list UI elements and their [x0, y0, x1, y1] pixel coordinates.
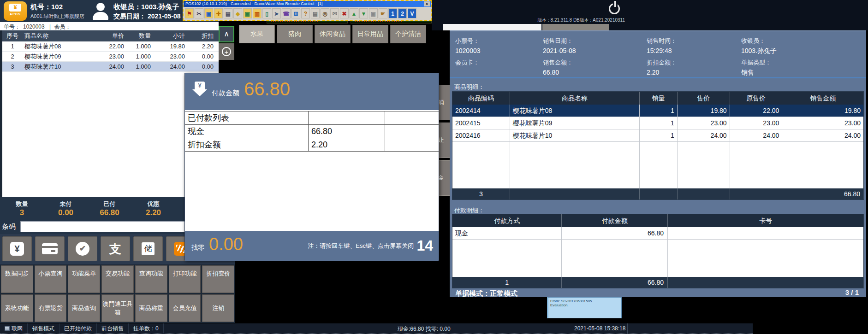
dw-toolbar-icon[interactable]: ▲ [350, 8, 358, 18]
dw-toolbar-icon[interactable]: ✉ [330, 8, 339, 18]
function-button[interactable]: 交易功能 [101, 265, 134, 293]
function-button[interactable]: 注销 [202, 294, 234, 322]
plus-icon: + [222, 47, 231, 56]
cashier-avatar-icon [91, 2, 110, 20]
payment-dialog-body: 已付款列表 现金 66.80 折扣金额 2.20 [185, 110, 439, 231]
countdown: 14 [416, 237, 433, 254]
function-button[interactable]: 数据同步 [1, 265, 33, 293]
receipt-info: 小票号： 1020003 销售日期： 2021-05-08 销售时间： 15:2… [455, 34, 861, 77]
paid-list-row: 现金 66.80 [185, 125, 440, 138]
status-item: 销售模式 [28, 323, 59, 334]
background-window-tab[interactable] [443, 24, 541, 30]
dw-toolbar-icon[interactable]: ? [301, 8, 310, 18]
order-no: 1020003 [23, 23, 45, 30]
function-button[interactable]: 折扣变价 [202, 265, 234, 293]
function-button[interactable]: 系统功能 [1, 294, 33, 322]
store-name: A001.绿叶购上海旗舰店 [30, 13, 84, 20]
dw-toolbar-icon[interactable]: 2 [398, 8, 407, 18]
close-icon[interactable]: X [424, 1, 430, 6]
alipay-icon: 支 [109, 241, 121, 257]
dw-toolbar-icon[interactable]: ▥ [253, 8, 262, 18]
function-button[interactable]: 商品查询 [68, 294, 100, 322]
total-cell: 已付 66.80 [88, 198, 131, 217]
wechat-pay-button[interactable]: ✔ [68, 236, 97, 261]
category-tab[interactable]: 猪肉 [277, 25, 313, 43]
collapse-categories-button[interactable]: ∧ [219, 26, 234, 42]
dameware-toolbar: ⚑✂▣✚▤◆▣▥▯➤☎⊞?▤◎✉✖▲▼▣☛12V [184, 7, 431, 20]
power-icon[interactable] [609, 3, 620, 14]
product-row[interactable]: 2002414 樱花味薯片08 1 19.80 22.00 19.80 [452, 105, 863, 117]
stored-value-button[interactable]: 储 [133, 236, 163, 261]
dw-toolbar-icon[interactable]: V [408, 8, 416, 18]
network-icon [5, 326, 10, 331]
dw-toolbar-icon[interactable]: ◎ [321, 8, 329, 18]
status-item: 前台销售 [97, 323, 129, 334]
dw-toolbar-icon[interactable]: ▤ [311, 8, 320, 18]
trade-date: 交易日期： 2021-05-08 [113, 12, 181, 21]
products-table: 商品编码 商品名称 销量 售价 原售价 销售金额 2002414 樱花味薯片08… [452, 91, 864, 200]
function-button[interactable]: 商品称重 [135, 294, 167, 322]
receipt-info-cell: 小票号： 1020003 [455, 34, 543, 56]
function-button[interactable]: 查询功能 [135, 265, 167, 293]
background-window-tab[interactable] [542, 24, 609, 30]
function-grid: 数据同步小票查询功能菜单交易功能查询功能打印功能折扣变价系统功能有票退货商品查询… [0, 264, 235, 323]
dw-toolbar-icon[interactable]: ✖ [340, 8, 349, 18]
remote-tooltip: From: SC-201706301505 Evaluation. [547, 297, 622, 318]
order-bar: 单号：1020003｜ 会员： [0, 22, 219, 30]
member-label: ｜ 会员： [48, 23, 71, 30]
receipt-info-cell: 销售时间： 15:29:48 [647, 34, 741, 56]
paid-list-row: 已付款列表 [185, 111, 440, 125]
cashier-name: 收银员：1003.孙兔子 [113, 3, 179, 12]
dw-toolbar-icon[interactable]: ✂ [195, 8, 203, 18]
dw-toolbar-icon[interactable]: ☎ [282, 8, 291, 18]
dw-toolbar-icon[interactable]: ◆ [233, 8, 242, 18]
dameware-titlebar[interactable]: POS102 (10.10.1.219) - Connected - DameW… [184, 1, 431, 7]
dameware-window: POS102 (10.10.1.219) - Connected - DameW… [183, 0, 432, 21]
item-row[interactable]: 2 樱花味薯片09 23.00 1.000 23.00 0.00 [2, 52, 219, 62]
dw-toolbar-icon[interactable]: ▼ [359, 8, 368, 18]
payment-amount: 66.80 [244, 79, 290, 100]
status-bar: 联网销售模式已开始付款前台销售挂单数：0 现金:66.80 找零: 0.00 2… [0, 323, 753, 334]
dw-toolbar-icon[interactable]: ⚑ [185, 8, 194, 18]
category-tab[interactable]: 个护清洁 [390, 25, 426, 43]
status-item: 联网 [0, 323, 28, 334]
alipay-button[interactable]: 支 [101, 236, 130, 261]
version-text: 版本 : 8.21.311.8 DB版本 : A021.20210311 [537, 17, 625, 23]
machine-number: 机号：102 [30, 3, 63, 12]
dw-toolbar-icon[interactable]: ✚ [214, 8, 223, 18]
dw-toolbar-icon[interactable]: ▣ [369, 8, 378, 18]
change-label: 找零 [191, 244, 204, 252]
function-button[interactable]: 功能菜单 [68, 265, 100, 293]
total-cell: 优惠 2.20 [131, 198, 175, 217]
category-tab[interactable]: 日常用品 [352, 25, 388, 43]
receipt-info-cell: 折扣金额： 2.20 [647, 56, 741, 77]
cash-pay-button[interactable]: ¥ [2, 236, 32, 261]
payment-row[interactable]: 现金 66.80 [452, 227, 863, 240]
function-button[interactable]: 会员充值 [169, 294, 201, 322]
dw-toolbar-icon[interactable]: ▤ [224, 8, 232, 18]
function-button[interactable]: 有票退货 [35, 294, 67, 322]
dw-toolbar-icon[interactable]: ▣ [243, 8, 252, 18]
product-row[interactable]: 2002415 樱花味薯片09 1 23.00 23.00 23.00 [452, 117, 863, 129]
item-row[interactable]: 1 樱花味薯片08 22.00 1.000 19.80 2.20 [2, 41, 219, 52]
function-button[interactable]: 澳門通工具箱 [101, 294, 134, 322]
dw-toolbar-icon[interactable]: ☛ [379, 8, 387, 18]
dw-toolbar-icon[interactable]: ▣ [204, 8, 213, 18]
status-time: 2021-05-08 15:38:18 [574, 325, 625, 332]
function-button[interactable]: 小票查询 [35, 265, 67, 293]
category-tab[interactable]: 水果 [239, 25, 275, 43]
card-pay-button[interactable] [35, 236, 65, 261]
status-items: 联网销售模式已开始付款前台销售挂单数：0 [0, 323, 753, 334]
dw-toolbar-icon[interactable]: ▯ [262, 8, 271, 18]
status-cash: 现金:66.80 找零: 0.00 [398, 325, 451, 333]
dw-toolbar-icon[interactable]: ⊞ [291, 8, 300, 18]
dw-toolbar-icon[interactable]: 1 [388, 8, 397, 18]
empty-rows [452, 142, 863, 188]
function-button[interactable]: 打印功能 [169, 265, 201, 293]
dw-toolbar-icon[interactable]: ➤ [272, 8, 281, 18]
product-row[interactable]: 2002416 樱花味薯片10 1 24.00 24.00 24.00 [452, 129, 863, 142]
item-row[interactable]: 3 樱花味薯片10 24.00 1.000 24.00 0.00 [2, 62, 219, 72]
payments-total-row: 1 66.80 [452, 277, 863, 288]
add-button[interactable]: + [219, 43, 234, 60]
category-tab[interactable]: 休闲食品 [315, 25, 351, 43]
